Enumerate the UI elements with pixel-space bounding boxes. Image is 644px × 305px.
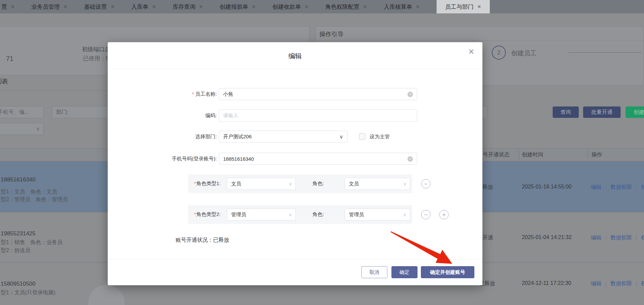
row-role-line: 型2：管理员 角色：管理员 xyxy=(1,196,68,203)
tab-create-receipt-order[interactable]: 创建收款单✕ xyxy=(272,0,308,13)
tab-inbound-accounting-order[interactable]: 入库核算单✕ xyxy=(384,0,420,13)
tab-label: 创建报损单 xyxy=(220,3,248,11)
data-permission-link[interactable]: 数据权限 xyxy=(611,234,632,241)
tab-role-permission-config[interactable]: 角色权限配置✕ xyxy=(325,0,367,13)
tab-close-icon[interactable]: ✕ xyxy=(477,4,481,9)
role-2-value: 管理员 xyxy=(349,212,364,218)
employee-name-label: *员工名称: xyxy=(108,91,217,97)
chevron-down-icon: ∨ xyxy=(289,181,292,186)
confirm-button[interactable]: 确定 xyxy=(391,266,418,278)
tab-employees-departments-active[interactable]: 员工与部门✕ xyxy=(437,0,490,13)
extra-action-link-clipped[interactable]: 权 xyxy=(641,234,644,241)
role-2-label: 角色: xyxy=(312,211,324,218)
department-select[interactable]: 开户测试206 ∨ xyxy=(219,131,348,143)
row-phone: 15809510500 xyxy=(1,281,35,287)
guide-step-badge: 2 xyxy=(492,46,506,60)
tab-close-icon[interactable]: ✕ xyxy=(304,4,308,9)
confirm-and-create-account-button[interactable]: 确定并创建账号 xyxy=(421,266,474,278)
close-icon[interactable]: ✕ xyxy=(468,48,474,56)
action-separator xyxy=(636,281,637,287)
extra-action-link-clipped[interactable]: 权 xyxy=(641,184,644,191)
edit-link[interactable]: 编辑 xyxy=(591,280,602,287)
app-screen: 置✕ 业务员管理✕ 基础设置✕ 入库单✕ 库存查询✕ 创建报损单✕ 创建收款单✕… xyxy=(0,0,644,305)
role-type-2-label: *角色类型2: xyxy=(194,211,220,218)
column-header-status: 号开通状态 xyxy=(483,151,510,158)
tab-0[interactable]: 置✕ xyxy=(1,0,15,13)
row-phone: 18851616340 xyxy=(1,176,35,183)
edit-link[interactable]: 编辑 xyxy=(591,234,602,241)
tab-close-icon[interactable]: ✕ xyxy=(363,4,367,9)
tab-close-icon[interactable]: ✕ xyxy=(199,4,203,9)
chevron-down-icon: ∨ xyxy=(403,212,406,217)
modal-title: 编辑 xyxy=(108,52,482,61)
keyword-search-input[interactable]: 手机号、编... xyxy=(0,106,43,118)
stat-used-label: 已使用：5 xyxy=(83,55,109,62)
remove-role-2-button[interactable]: − xyxy=(421,210,431,219)
tab-close-icon[interactable]: ✕ xyxy=(252,4,256,9)
create-button[interactable]: 创建 xyxy=(626,106,644,118)
chevron-down-icon: ∨ xyxy=(36,126,40,132)
filter-select[interactable]: ∨ xyxy=(0,123,43,135)
column-header-created: 创建时间 xyxy=(522,151,543,158)
minus-icon: − xyxy=(424,212,428,218)
tab-create-damage-order[interactable]: 创建报损单✕ xyxy=(220,0,256,13)
tab-label: 员工与部门 xyxy=(445,3,474,11)
tab-close-icon[interactable]: ✕ xyxy=(11,4,15,9)
required-mark: * xyxy=(192,91,194,97)
clear-icon[interactable]: ✕ xyxy=(407,156,413,162)
guide-step-number: 2 xyxy=(497,49,500,56)
phone-field[interactable]: 18851616340 ✕ xyxy=(219,153,417,165)
tab-label: 业务员管理 xyxy=(31,3,60,11)
required-mark: * xyxy=(194,180,196,186)
tab-close-icon[interactable]: ✕ xyxy=(110,4,114,9)
edit-link[interactable]: 编辑 xyxy=(591,184,602,191)
tab-inbound-order[interactable]: 入库单✕ xyxy=(131,0,156,13)
column-header-actions: 操作 xyxy=(591,151,602,158)
chevron-down-icon: ∨ xyxy=(403,181,406,186)
employee-name-field[interactable]: 小焦 ✕ xyxy=(219,88,417,100)
account-open-status-text: 账号开通状况：已释放 xyxy=(176,237,229,244)
cancel-button[interactable]: 取消 xyxy=(361,266,387,278)
row-actions: 编辑 数据权限 权 xyxy=(591,184,644,191)
code-field[interactable]: 请输入 xyxy=(219,109,417,122)
row-created-time: 2024-12-11 17:22:30 xyxy=(522,280,571,286)
required-mark: * xyxy=(194,211,196,217)
role-type-1-label: *角色类型1: xyxy=(194,180,220,187)
extra-action-link-clipped[interactable]: 权 xyxy=(641,280,644,287)
add-role-button[interactable]: + xyxy=(439,210,449,219)
row-actions: 编辑 数据权限 权 xyxy=(591,280,644,287)
column-separator xyxy=(588,151,588,159)
data-permission-link[interactable]: 数据权限 xyxy=(611,184,632,191)
tab-stock-query[interactable]: 库存查询✕ xyxy=(173,0,203,13)
tab-salesman-management[interactable]: 业务员管理✕ xyxy=(31,0,68,13)
tab-label: 基础设置 xyxy=(84,3,107,11)
department-value: 开户测试206 xyxy=(223,134,252,140)
role-type-1-select[interactable]: 文员 ∨ xyxy=(227,178,296,190)
code-label: 编码: xyxy=(108,112,217,119)
keyword-placeholder: 手机号、编... xyxy=(0,109,29,116)
action-separator xyxy=(606,281,606,287)
tab-label: 入库单 xyxy=(131,3,148,11)
row-role-line: 型1：文员 角色：文员 xyxy=(1,188,57,196)
role-1-select[interactable]: 文员 ∨ xyxy=(345,178,410,190)
guide-divider xyxy=(316,41,644,41)
row-created-time: 2025-01-16 14:55:00 xyxy=(522,184,572,190)
tab-basic-settings[interactable]: 基础设置✕ xyxy=(84,0,114,13)
department-label: 选择部门: xyxy=(108,134,217,140)
batch-open-button[interactable]: 批量开通 xyxy=(583,106,621,118)
floating-helper-circle[interactable] xyxy=(88,285,124,305)
set-supervisor-checkbox[interactable] xyxy=(359,133,365,140)
data-permission-link[interactable]: 数据权限 xyxy=(611,280,632,287)
query-button[interactable]: 查询 xyxy=(553,106,579,118)
set-supervisor-label: 设为主管 xyxy=(370,134,390,140)
tab-close-icon[interactable]: ✕ xyxy=(64,4,68,9)
role-2-select[interactable]: 管理员 ∨ xyxy=(345,209,410,221)
clear-icon[interactable]: ✕ xyxy=(407,92,413,97)
role-type-2-select[interactable]: 管理员 ∨ xyxy=(227,209,296,221)
tab-close-icon[interactable]: ✕ xyxy=(416,4,420,9)
row-role-line: 型2：协送员 xyxy=(1,247,30,254)
tab-label: 入库核算单 xyxy=(384,3,412,11)
remove-role-1-button[interactable]: − xyxy=(421,179,431,188)
tab-close-icon[interactable]: ✕ xyxy=(152,4,156,9)
employee-name-value: 小焦 xyxy=(223,91,233,97)
